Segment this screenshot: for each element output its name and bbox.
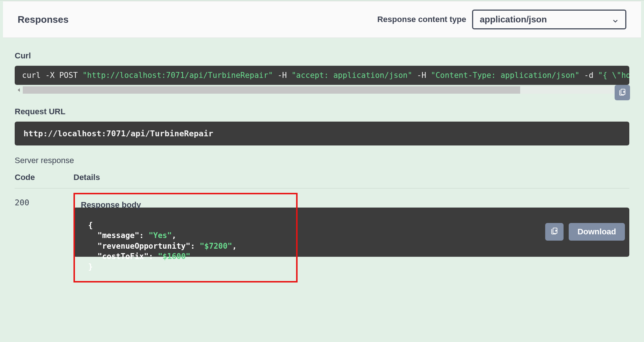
curl-block-wrap: curl -X POST "http://localhost:7071/api/… (15, 66, 629, 94)
curl-h1-flag: -H (277, 71, 287, 80)
curl-method: POST (59, 71, 78, 80)
curl-cmd: curl (22, 71, 41, 80)
content-type-value: application/json (480, 14, 547, 24)
column-details-header: Details (73, 173, 100, 182)
response-body-outer: Response body { "message": "Yes", "reven… (73, 193, 629, 282)
clipboard-icon (618, 88, 626, 97)
response-table-header: Code Details (15, 173, 629, 188)
curl-d-flag: -d (584, 71, 593, 80)
column-code-header: Code (15, 173, 73, 182)
curl-h1-val: "accept: application/json" (291, 71, 412, 80)
curl-d-val: "{ \"hours\": (598, 71, 629, 80)
curl-label: Curl (15, 51, 629, 61)
status-code: 200 (15, 197, 73, 342)
response-body-json: { "message": "Yes", "revenueOpportunity"… (81, 214, 290, 278)
highlight-annotation: Response body { "message": "Yes", "reven… (73, 193, 298, 282)
server-response-label: Server response (15, 156, 629, 165)
curl-url: "http://localhost:7071/api/TurbineRepair… (82, 71, 273, 80)
scroll-thumb[interactable] (23, 86, 520, 94)
content-type-label: Response content type (377, 15, 466, 24)
clipboard-icon (550, 227, 558, 237)
svg-marker-1 (18, 88, 20, 92)
copy-body-button[interactable] (545, 223, 564, 241)
table-row: 200 Response body { "message": "Yes", "r… (15, 188, 629, 342)
details-cell: Response body { "message": "Yes", "reven… (73, 197, 629, 342)
copy-curl-button[interactable] (615, 85, 630, 100)
curl-method-flag: -X (45, 71, 54, 80)
scroll-left-arrow-icon[interactable] (15, 86, 23, 94)
scroll-track[interactable] (23, 86, 629, 94)
responses-header-bar: Responses Response content type applicat… (3, 1, 641, 38)
content-type-group: Response content type application/json (377, 10, 626, 29)
curl-horizontal-scrollbar[interactable] (15, 86, 629, 94)
response-body-actions: Download (545, 223, 625, 241)
curl-h2-val: "Content-Type: application/json" (431, 71, 580, 80)
download-button[interactable]: Download (569, 223, 625, 241)
request-url-block[interactable]: http://localhost:7071/api/TurbineRepair (15, 122, 629, 145)
curl-command-block[interactable]: curl -X POST "http://localhost:7071/api/… (15, 66, 629, 85)
curl-h2-flag: -H (417, 71, 426, 80)
responses-title: Responses (18, 14, 69, 25)
chevron-down-icon (612, 16, 619, 23)
request-url-label: Request URL (15, 107, 629, 116)
content-type-select[interactable]: application/json (472, 10, 626, 29)
response-body-label: Response body (81, 200, 290, 210)
